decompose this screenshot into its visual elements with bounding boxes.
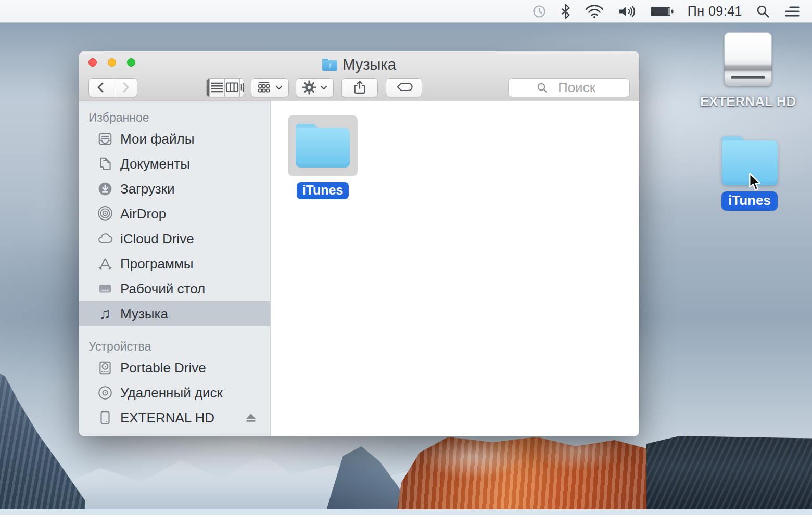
sidebar-item-external-hd[interactable]: EXTERNAL HD bbox=[79, 405, 270, 430]
sidebar-item-remote-disc[interactable]: Удаленный диск bbox=[79, 380, 270, 405]
external-drive-icon bbox=[97, 409, 113, 426]
bluetooth-icon[interactable] bbox=[561, 4, 571, 19]
portable-drive-icon bbox=[97, 359, 113, 376]
my-files-icon bbox=[97, 131, 113, 147]
sidebar-section-favorites: Избранное bbox=[79, 109, 270, 126]
title-bar: ♪ Музыка bbox=[79, 52, 639, 73]
time-machine-icon[interactable] bbox=[531, 4, 547, 19]
view-mode-control bbox=[206, 78, 244, 97]
downloads-icon bbox=[97, 181, 113, 197]
sidebar-section-devices: Устройства bbox=[79, 338, 270, 355]
eject-icon[interactable] bbox=[244, 411, 258, 424]
search-field-wrap bbox=[508, 78, 630, 97]
close-button[interactable] bbox=[88, 58, 97, 67]
toolbar bbox=[79, 73, 639, 101]
sidebar-item-portable-drive[interactable]: Portable Drive bbox=[79, 355, 270, 380]
navigation-buttons bbox=[88, 78, 137, 97]
list-view-button[interactable] bbox=[209, 79, 224, 97]
sidebar-item-music[interactable]: ♫ Музыка bbox=[79, 301, 270, 326]
share-button[interactable] bbox=[341, 78, 378, 97]
search-input[interactable] bbox=[508, 78, 630, 97]
volume-icon[interactable] bbox=[618, 4, 637, 19]
sidebar-item-airdrop[interactable]: AirDrop bbox=[79, 201, 270, 226]
desktop-icon-label-selected: iTunes bbox=[721, 191, 778, 211]
finder-window: ♪ Музыка bbox=[79, 52, 639, 436]
forward-button[interactable] bbox=[113, 79, 137, 97]
window-title: ♪ Музыка bbox=[322, 52, 396, 73]
desktop-icon-label: EXTERNAL HD bbox=[700, 94, 796, 110]
menu-bar-clock[interactable]: Пн 09:41 bbox=[688, 4, 742, 19]
wallpaper-dark-cliff bbox=[646, 436, 812, 515]
documents-icon bbox=[97, 156, 113, 172]
sidebar-item-icloud-drive[interactable]: iCloud Drive bbox=[79, 226, 270, 251]
remote-disc-icon bbox=[97, 384, 113, 401]
action-button[interactable] bbox=[296, 78, 334, 97]
file-itunes-folder[interactable]: iTunes bbox=[288, 115, 358, 199]
applications-icon bbox=[97, 255, 113, 272]
arrange-button[interactable] bbox=[251, 78, 289, 97]
screen: Пн 09:41 bbox=[0, 0, 812, 515]
wallpaper-orange-cliff bbox=[396, 437, 656, 515]
sidebar: Избранное Мои файлы bbox=[79, 101, 271, 436]
sidebar-item-desktop[interactable]: Рабочий стол bbox=[79, 276, 270, 301]
wallpaper-bottom-strip bbox=[0, 509, 812, 515]
column-view-button[interactable] bbox=[224, 79, 239, 97]
music-icon: ♫ bbox=[97, 305, 113, 322]
selection-highlight bbox=[288, 115, 358, 176]
airdrop-icon bbox=[97, 205, 113, 222]
notification-center-icon[interactable] bbox=[784, 5, 801, 18]
mouse-cursor bbox=[748, 173, 762, 191]
traffic-lights bbox=[88, 58, 135, 67]
folder-icon bbox=[296, 124, 350, 168]
icloud-icon bbox=[97, 230, 113, 247]
window-title-text: Музыка bbox=[342, 56, 396, 73]
external-drive-icon bbox=[724, 32, 772, 86]
desktop-icon bbox=[97, 280, 113, 297]
file-label-selected: iTunes bbox=[297, 182, 349, 199]
menu-bar-status-area: Пн 09:41 bbox=[531, 4, 812, 19]
sidebar-item-my-files[interactable]: Мои файлы bbox=[79, 126, 270, 151]
battery-icon[interactable] bbox=[650, 5, 674, 18]
menu-bar: Пн 09:41 bbox=[0, 0, 812, 23]
sidebar-item-applications[interactable]: Программы bbox=[79, 251, 270, 276]
sidebar-item-downloads[interactable]: Загрузки bbox=[79, 176, 270, 201]
content-area[interactable]: iTunes bbox=[271, 101, 639, 436]
spotlight-icon[interactable] bbox=[756, 4, 770, 19]
minimize-button[interactable] bbox=[108, 58, 116, 67]
desktop-icon-external-hd[interactable]: EXTERNAL HD bbox=[702, 32, 794, 110]
back-button[interactable] bbox=[89, 79, 113, 97]
desktop[interactable]: EXTERNAL HD iTunes bbox=[0, 23, 812, 515]
coverflow-view-button[interactable] bbox=[239, 79, 244, 97]
music-folder-icon: ♪ bbox=[322, 59, 337, 71]
zoom-button[interactable] bbox=[127, 58, 135, 67]
wifi-icon[interactable] bbox=[585, 4, 604, 19]
tag-button[interactable] bbox=[386, 78, 422, 97]
window-body: Избранное Мои файлы bbox=[79, 101, 639, 436]
sidebar-item-documents[interactable]: Документы bbox=[79, 151, 270, 176]
window-header[interactable]: ♪ Музыка bbox=[79, 52, 639, 101]
